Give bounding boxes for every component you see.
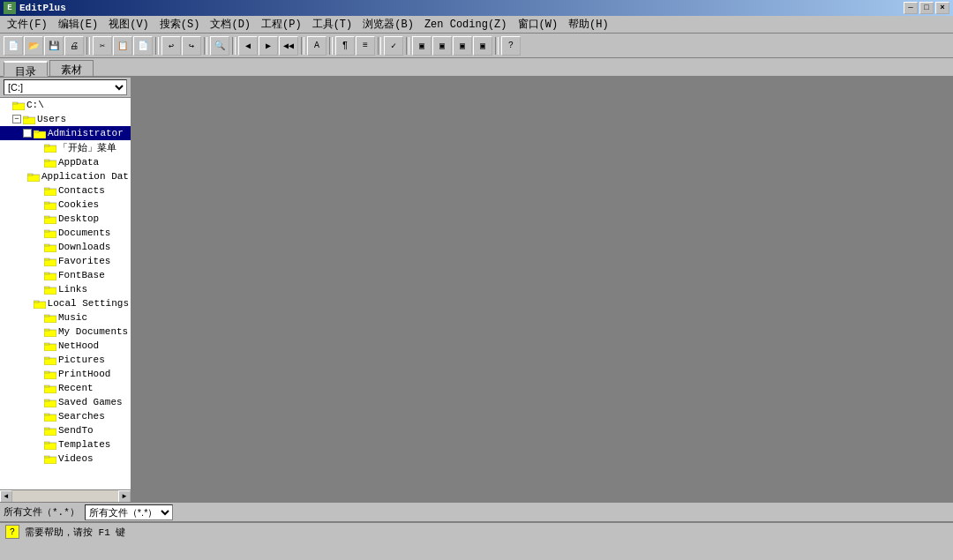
- font-button[interactable]: A: [307, 36, 326, 56]
- tree-item[interactable]: − Users: [0, 112, 131, 126]
- toolbar-separator: [204, 37, 207, 55]
- folder-icon: [44, 355, 56, 365]
- toolbar-separator: [495, 37, 499, 55]
- tree-item[interactable]: AppData: [0, 155, 131, 169]
- tree-item[interactable]: C:\: [0, 98, 131, 112]
- tree-item[interactable]: PrintHood: [0, 367, 131, 381]
- paragraph-button[interactable]: ¶: [335, 36, 355, 56]
- copy-button[interactable]: 📋: [113, 36, 132, 56]
- menu-item-p[interactable]: 工程(P): [256, 15, 307, 34]
- tree-item[interactable]: My Documents: [0, 325, 131, 339]
- menu-item-e[interactable]: 编辑(E): [53, 15, 104, 34]
- tree-item-label: Administrator: [48, 128, 124, 138]
- new-file-button[interactable]: 📄: [4, 36, 23, 56]
- tree-item[interactable]: Downloads: [0, 240, 131, 254]
- menu-item-h[interactable]: 帮助(H): [563, 15, 614, 34]
- redo-button[interactable]: ↪: [182, 36, 201, 56]
- scroll-right-button[interactable]: ►: [118, 490, 131, 503]
- tree-item[interactable]: Searches: [0, 409, 131, 423]
- tree-item[interactable]: Recent: [0, 381, 131, 395]
- tree-item[interactable]: Favorites: [0, 254, 131, 268]
- scroll-track[interactable]: [12, 490, 118, 502]
- tab-素材[interactable]: 素材: [49, 60, 94, 76]
- menu-item-s[interactable]: 搜索(S): [154, 15, 206, 34]
- save-file-button[interactable]: 💾: [44, 36, 64, 56]
- tree-item[interactable]: Videos: [0, 452, 131, 466]
- maximize-button[interactable]: □: [919, 2, 934, 14]
- menu-item-v[interactable]: 视图(V): [103, 15, 154, 34]
- drive-select[interactable]: [C:][D:][E:]: [4, 79, 127, 95]
- prev-button[interactable]: ◀: [238, 36, 258, 56]
- menu-item-f[interactable]: 文件(F): [2, 15, 53, 34]
- tree-item[interactable]: Application Dat: [0, 169, 131, 183]
- folder-icon: [44, 313, 56, 323]
- check-button[interactable]: ✓: [384, 36, 403, 56]
- tree-item[interactable]: SendTo: [0, 423, 131, 437]
- view3-button[interactable]: ▣: [453, 36, 472, 56]
- list-button[interactable]: ≡: [356, 36, 375, 56]
- folder-icon: [44, 440, 56, 450]
- file-filter-select[interactable]: 所有文件（*.*）*.txt*.html*.css*.js: [85, 504, 173, 520]
- tree-item[interactable]: − Administrator: [0, 126, 131, 140]
- menu-item-d[interactable]: 文档(D): [205, 15, 256, 34]
- tree-item-label: Music: [58, 312, 87, 323]
- svg-rect-37: [44, 357, 49, 359]
- cut-button[interactable]: ✂: [93, 36, 112, 56]
- tab-bar: 目录素材: [0, 58, 953, 78]
- toolbar-separator: [378, 37, 381, 55]
- tree-expand-button[interactable]: −: [23, 129, 32, 138]
- print-button[interactable]: 🖨: [64, 36, 84, 56]
- close-button[interactable]: ×: [935, 2, 949, 14]
- toolbar-separator: [86, 37, 90, 55]
- tree-item[interactable]: Pictures: [0, 353, 131, 367]
- tree-item[interactable]: Music: [0, 310, 131, 325]
- minimize-button[interactable]: ─: [904, 2, 918, 14]
- scroll-left-button[interactable]: ◄: [0, 490, 12, 503]
- find-button[interactable]: 🔍: [210, 36, 229, 56]
- menu-item-w[interactable]: 窗口(W): [513, 15, 564, 34]
- help-button[interactable]: ?: [501, 36, 521, 56]
- tree-item[interactable]: FontBase: [0, 268, 131, 282]
- tree-item[interactable]: Desktop: [0, 212, 131, 226]
- tree-item[interactable]: Saved Games: [0, 395, 131, 409]
- toolbar-separator: [301, 37, 304, 55]
- tree-item-label: Pictures: [58, 355, 105, 365]
- svg-rect-1: [12, 102, 18, 104]
- menu-item-t[interactable]: 工具(T): [307, 15, 358, 34]
- tab-目录[interactable]: 目录: [4, 61, 48, 77]
- tree-item[interactable]: Cookies: [0, 198, 131, 212]
- window-controls: ─ □ ×: [904, 2, 949, 14]
- status-bar: ? 需要帮助，请按 F1 键: [0, 521, 953, 541]
- tree-item-label: Users: [37, 114, 66, 124]
- tree-item[interactable]: Contacts: [0, 183, 131, 198]
- svg-rect-47: [44, 428, 49, 429]
- tree-item-label: Favorites: [58, 256, 110, 266]
- folder-icon: [23, 115, 35, 124]
- content-area: [C:][D:][E:] C:\− Users− Administrator 「…: [0, 78, 953, 502]
- back-button[interactable]: ◀◀: [279, 36, 298, 56]
- tree-item-label: SendTo: [58, 425, 94, 436]
- tree-item[interactable]: Documents: [0, 226, 131, 240]
- tree-item-label: My Documents: [58, 326, 128, 337]
- view1-button[interactable]: ▣: [412, 36, 431, 56]
- horizontal-scrollbar[interactable]: ◄ ►: [0, 489, 131, 502]
- folder-icon: [44, 426, 56, 436]
- folder-icon: [12, 101, 25, 110]
- paste-button[interactable]: 📄: [133, 36, 153, 56]
- undo-button[interactable]: ↩: [161, 36, 181, 56]
- view4-button[interactable]: ▣: [473, 36, 492, 56]
- tree-item[interactable]: Templates: [0, 437, 131, 452]
- sidebar: [C:][D:][E:] C:\− Users− Administrator 「…: [0, 78, 132, 502]
- tree-expand-button[interactable]: −: [12, 115, 21, 123]
- next-button[interactable]: ▶: [259, 36, 278, 56]
- open-file-button[interactable]: 📂: [24, 36, 43, 56]
- app-icon: E: [4, 2, 16, 14]
- tree-item[interactable]: Links: [0, 282, 131, 296]
- menu-item-b[interactable]: 浏览器(B): [357, 15, 419, 34]
- tree-item[interactable]: NetHood: [0, 339, 131, 353]
- view2-button[interactable]: ▣: [432, 36, 452, 56]
- menu-item-zencodingz[interactable]: Zen Coding(Z): [419, 17, 513, 33]
- tree-item[interactable]: Local Settings: [0, 296, 131, 310]
- title-bar: E EditPlus ─ □ ×: [0, 0, 953, 16]
- tree-item[interactable]: 「开始」菜单: [0, 140, 131, 155]
